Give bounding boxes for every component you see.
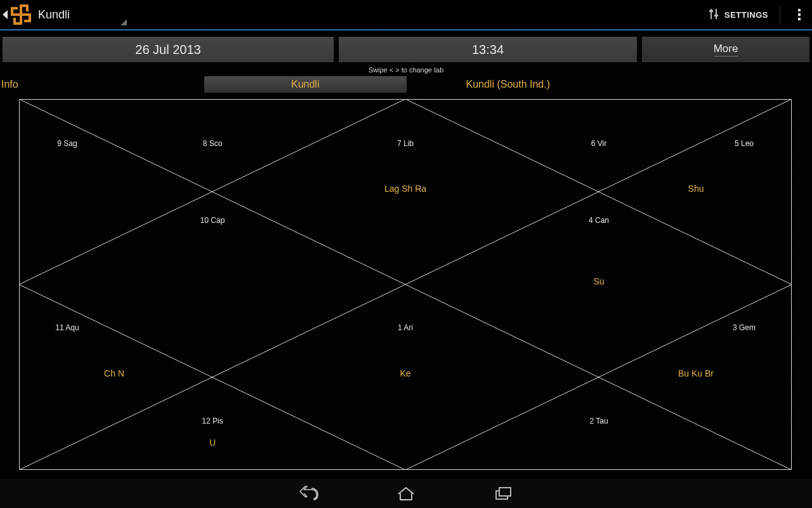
title-spinner[interactable]: Kundli: [38, 8, 127, 22]
settings-label: SETTINGS: [724, 10, 768, 20]
svg-rect-14: [499, 488, 511, 496]
tab-south-label: Kundli (South Ind.): [466, 79, 550, 90]
app-icon: [10, 4, 32, 25]
kundli-chart: 7 LibLag Sh Ra8 Sco9 Sag10 Cap11 AquCh N…: [19, 99, 792, 470]
tab-kundli[interactable]: Kundli: [204, 76, 407, 93]
chevron-down-icon: [121, 19, 127, 25]
date-value: 26 Jul 2013: [135, 43, 200, 57]
settings-icon: [708, 8, 719, 22]
tab-info-label: Info: [1, 79, 18, 90]
app-title: Kundli: [38, 8, 127, 22]
svg-rect-3: [709, 10, 713, 12]
android-nav-bar: [0, 479, 812, 508]
back-icon: [3, 10, 8, 19]
action-bar: Kundli SETTINGS: [0, 0, 812, 30]
swipe-hint: Swipe < > to change tab: [0, 65, 812, 76]
overflow-menu-button[interactable]: [792, 5, 807, 24]
tab-south[interactable]: Kundli (South Ind.): [407, 76, 610, 93]
tab-strip: Info Kundli Kundli (South Ind.): [0, 76, 812, 93]
divider: [780, 6, 780, 23]
nav-back-button[interactable]: [298, 485, 319, 502]
chart-lines: [19, 99, 792, 470]
tab-kundli-label: Kundli: [291, 79, 319, 90]
nav-recents-button[interactable]: [493, 485, 514, 502]
svg-rect-4: [716, 9, 717, 19]
svg-rect-5: [714, 15, 718, 17]
date-button[interactable]: 26 Jul 2013: [3, 37, 334, 62]
time-value: 13:34: [472, 43, 504, 57]
controls-row: 26 Jul 2013 13:34 More: [0, 30, 812, 65]
tab-info[interactable]: Info: [0, 76, 204, 93]
settings-button[interactable]: SETTINGS: [708, 8, 768, 22]
time-button[interactable]: 13:34: [339, 37, 637, 62]
back-button[interactable]: [3, 4, 32, 25]
more-button[interactable]: More: [642, 37, 809, 62]
nav-home-button[interactable]: [395, 485, 417, 502]
more-label: More: [714, 43, 738, 57]
